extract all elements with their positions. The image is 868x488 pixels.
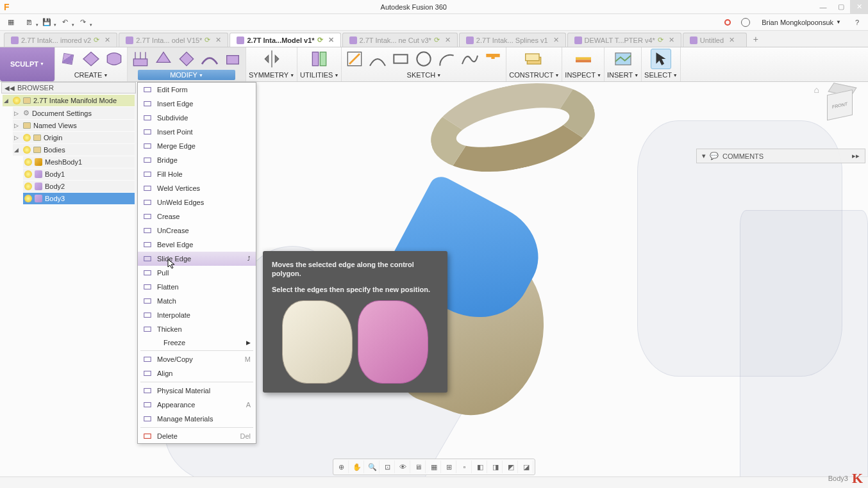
- symmetry-icon[interactable]: [262, 49, 282, 69]
- viewcube-face[interactable]: FRONT: [827, 90, 853, 121]
- tree-item-body[interactable]: Body2: [23, 181, 135, 192]
- layout-icon[interactable]: ▦: [427, 460, 441, 473]
- view-icon-2[interactable]: ◨: [488, 460, 503, 473]
- menu-item-subdivide[interactable]: Subdivide: [138, 111, 256, 125]
- menu-item-align[interactable]: Align: [138, 366, 256, 380]
- doc-tab[interactable]: 2.7T Intak... ne Cut v3*⟳✕: [342, 33, 458, 47]
- bulb-icon[interactable]: [24, 195, 32, 202]
- menu-item-insert-point[interactable]: Insert Point: [138, 125, 256, 139]
- file-icon[interactable]: 🖹▾: [22, 16, 36, 29]
- zoom-icon[interactable]: 🔍: [365, 460, 380, 473]
- bulb-icon[interactable]: [13, 97, 21, 104]
- refresh-icon[interactable]: ⟳: [658, 36, 664, 44]
- browser-header[interactable]: ◀◀ BROWSER: [1, 82, 136, 94]
- menu-item-delete[interactable]: DeleteDel: [138, 429, 256, 443]
- view-icon-1[interactable]: ◧: [473, 460, 487, 473]
- menu-item-fill-hole[interactable]: Fill Hole: [138, 167, 256, 181]
- doc-tab[interactable]: 2.7T Inta...Model v1*⟳✕: [230, 33, 340, 47]
- tab-close-icon[interactable]: ✕: [215, 36, 221, 44]
- doc-tab[interactable]: 2.7T Intak... imored v2⟳✕: [4, 33, 117, 47]
- comments-panel[interactable]: ▾ 💬 COMMENTS ▸▸: [696, 149, 865, 163]
- utilities-icon[interactable]: [309, 49, 330, 69]
- close-button[interactable]: ✕: [850, 0, 868, 14]
- tree-item-named-views[interactable]: ▷Named Views: [13, 120, 135, 131]
- sketch-rect-icon[interactable]: [390, 49, 411, 69]
- pin-icon[interactable]: ⤴: [247, 256, 251, 262]
- create-box-icon[interactable]: [58, 49, 78, 69]
- menu-item-pull[interactable]: Pull: [138, 266, 256, 280]
- tree-item-bodies[interactable]: ◢Bodies: [13, 144, 135, 156]
- menu-item-insert-edge[interactable]: Insert Edge: [138, 97, 256, 111]
- menu-item-bridge[interactable]: Bridge: [138, 153, 256, 167]
- workspace-switcher[interactable]: SCULPT▼: [0, 47, 55, 81]
- menu-item-thicken[interactable]: Thicken: [138, 322, 256, 336]
- tab-close-icon[interactable]: ✕: [104, 36, 110, 44]
- menu-item-manage-materials[interactable]: Manage Materials: [138, 412, 256, 426]
- snap-icon[interactable]: ▫: [458, 460, 472, 473]
- menu-item-edit-form[interactable]: Edit Form: [138, 83, 256, 97]
- bulb-icon[interactable]: [24, 170, 32, 178]
- menu-item-flatten[interactable]: Flatten: [138, 280, 256, 294]
- doc-tab[interactable]: 2.7T Inta... odel V15*⟳✕: [119, 33, 228, 47]
- sketch-text-icon[interactable]: [483, 49, 503, 69]
- tree-item-origin[interactable]: ▷Origin: [13, 132, 135, 143]
- sketch-circle-icon[interactable]: [413, 49, 434, 69]
- construct-icon[interactable]: [524, 49, 544, 69]
- select-icon[interactable]: [651, 49, 671, 69]
- menu-item-appearance[interactable]: AppearanceA: [138, 398, 256, 412]
- tree-item-doc-settings[interactable]: ▷⚙Document Settings: [13, 107, 135, 119]
- refresh-icon[interactable]: ⟳: [434, 36, 440, 44]
- modify-icon-5[interactable]: [222, 49, 243, 69]
- sketch-arc-icon[interactable]: [437, 49, 457, 69]
- sketch-icon-1[interactable]: [344, 49, 365, 69]
- maximize-button[interactable]: ▢: [832, 0, 850, 14]
- insert-icon[interactable]: [613, 49, 633, 69]
- browser-collapse-icon[interactable]: ◀◀: [4, 85, 15, 92]
- menu-item-freeze[interactable]: Freeze▶: [138, 336, 256, 349]
- record-icon[interactable]: [721, 16, 735, 29]
- display-icon[interactable]: 🖥: [412, 460, 426, 473]
- doc-tab[interactable]: Untitled✕: [683, 33, 747, 47]
- grid-display-icon[interactable]: ⊞: [442, 460, 456, 473]
- menu-item-uncrease[interactable]: UnCrease: [138, 224, 256, 238]
- refresh-icon[interactable]: ⟳: [317, 36, 323, 44]
- modify-icon-2[interactable]: [153, 49, 174, 69]
- redo-icon[interactable]: ↷▾: [76, 16, 90, 29]
- bulb-icon[interactable]: [24, 183, 32, 190]
- inspect-icon[interactable]: [573, 49, 594, 69]
- clock-icon[interactable]: [739, 16, 753, 29]
- sketch-spline-icon[interactable]: [460, 49, 480, 69]
- help-icon[interactable]: ?: [850, 16, 864, 29]
- tree-item-body[interactable]: Body1: [23, 168, 135, 180]
- tab-close-icon[interactable]: ✕: [669, 36, 674, 44]
- menu-item-crease[interactable]: Crease: [138, 209, 256, 224]
- menu-item-bevel-edge[interactable]: Bevel Edge: [138, 238, 256, 252]
- doc-tab[interactable]: 2.7T Intak... Splines v1✕: [459, 33, 566, 47]
- refresh-icon[interactable]: ⟳: [204, 36, 210, 44]
- look-icon[interactable]: 👁: [396, 460, 410, 473]
- fit-icon[interactable]: ⊡: [381, 460, 395, 473]
- view-icon-3[interactable]: ◩: [504, 460, 518, 473]
- tree-root[interactable]: ◢2.7T Intake Manifold Mode: [3, 95, 135, 106]
- chevron-down-icon[interactable]: ▾: [702, 152, 706, 160]
- menu-item-unweld-edges[interactable]: UnWeld Edges: [138, 195, 256, 209]
- viewcube-home-icon[interactable]: ⌂: [814, 85, 819, 95]
- tree-item-body[interactable]: MeshBody1: [23, 156, 135, 168]
- view-icon-4[interactable]: ◪: [519, 460, 533, 473]
- minimize-icon[interactable]: ▸▸: [852, 152, 860, 160]
- tab-close-icon[interactable]: ✕: [328, 36, 334, 44]
- save-icon[interactable]: 💾▾: [40, 16, 54, 29]
- menu-item-move-copy[interactable]: Move/CopyM: [138, 352, 256, 366]
- viewcube[interactable]: FRONT: [822, 85, 856, 119]
- create-cylinder-icon[interactable]: [104, 49, 124, 69]
- new-tab-button[interactable]: +: [748, 31, 764, 47]
- refresh-icon[interactable]: ⟳: [94, 36, 99, 44]
- bulb-icon[interactable]: [23, 146, 31, 154]
- tab-close-icon[interactable]: ✕: [553, 36, 559, 44]
- tree-item-body[interactable]: Body3: [23, 193, 135, 204]
- menu-item-physical-material[interactable]: Physical Material: [138, 384, 256, 398]
- menu-item-weld-vertices[interactable]: Weld Vertices: [138, 181, 256, 195]
- menu-item-merge-edge[interactable]: Merge Edge: [138, 139, 256, 153]
- grid-icon[interactable]: ▦: [4, 16, 18, 29]
- bulb-icon[interactable]: [23, 134, 31, 142]
